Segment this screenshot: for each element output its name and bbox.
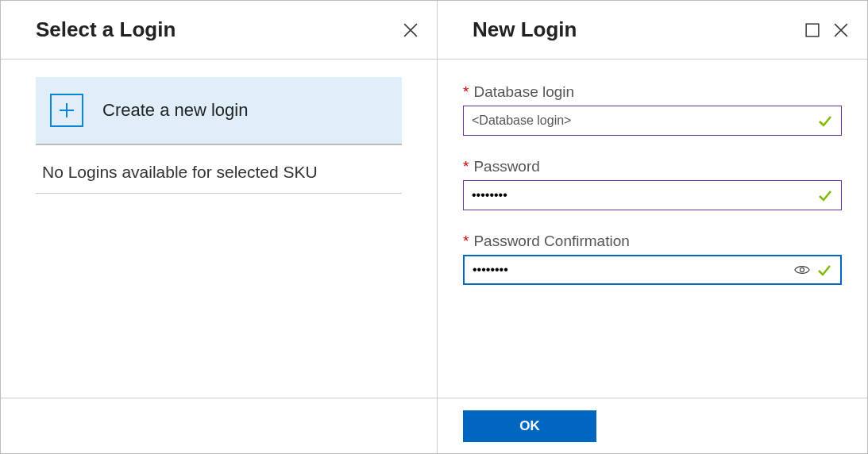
select-login-header-icons <box>403 23 418 37</box>
database-login-input-wrap <box>463 106 842 136</box>
plus-icon <box>50 94 83 127</box>
new-login-header-icons <box>805 23 848 37</box>
new-login-form: * Database login * Password <box>438 60 867 398</box>
eye-icon[interactable] <box>794 264 810 275</box>
svg-rect-4 <box>806 24 819 37</box>
password-input-icons <box>817 187 833 203</box>
check-icon <box>817 187 833 203</box>
check-icon <box>817 113 833 129</box>
select-login-title: Select a Login <box>36 17 176 42</box>
new-login-title: New Login <box>473 17 577 42</box>
required-star-icon: * <box>463 158 469 175</box>
select-login-header: Select a Login <box>1 1 437 60</box>
close-icon[interactable] <box>834 23 848 37</box>
select-login-body: Create a new login No Logins available f… <box>1 60 437 398</box>
password-label-text: Password <box>473 158 539 175</box>
password-group: * Password <box>463 158 842 210</box>
select-login-footer <box>1 398 437 453</box>
password-confirm-input[interactable] <box>473 263 794 277</box>
database-login-label: * Database login <box>463 83 842 101</box>
password-input[interactable] <box>472 188 817 202</box>
password-confirm-input-icons <box>794 262 832 278</box>
create-new-login-button[interactable]: Create a new login <box>36 77 402 145</box>
no-logins-message: No Logins available for selected SKU <box>36 163 402 194</box>
new-login-footer: OK <box>438 398 867 453</box>
required-star-icon: * <box>463 233 469 250</box>
password-input-wrap <box>463 180 842 210</box>
database-login-group: * Database login <box>463 83 842 136</box>
create-new-login-label: Create a new login <box>102 100 248 121</box>
password-label: * Password <box>463 158 842 175</box>
check-icon <box>816 262 832 278</box>
database-login-label-text: Database login <box>473 83 574 101</box>
select-login-panel: Select a Login Create a new login No Log… <box>1 1 438 453</box>
svg-point-7 <box>800 268 804 272</box>
maximize-icon[interactable] <box>805 23 820 37</box>
required-star-icon: * <box>463 83 469 101</box>
ok-button[interactable]: OK <box>463 410 596 442</box>
password-confirm-label: * Password Confirmation <box>463 233 842 250</box>
close-icon[interactable] <box>403 23 418 37</box>
password-confirm-label-text: Password Confirmation <box>473 233 629 250</box>
database-login-input-icons <box>817 113 833 129</box>
new-login-header: New Login <box>438 1 867 60</box>
new-login-panel: New Login * Database login <box>438 1 867 453</box>
password-confirm-group: * Password Confirmation <box>463 233 842 285</box>
password-confirm-input-wrap <box>463 255 842 285</box>
database-login-input[interactable] <box>472 114 817 128</box>
